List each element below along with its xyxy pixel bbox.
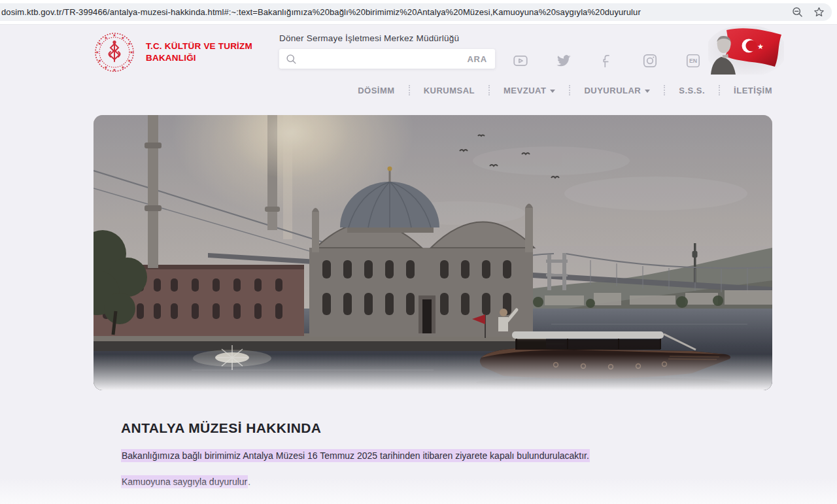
svg-text:★: ★ xyxy=(95,50,99,54)
ataturk-flag-image: ★ xyxy=(708,26,784,75)
svg-text:★: ★ xyxy=(112,67,116,72)
announcement-paragraph: Bakanlığımıza bağlı birimimiz Antalya Mü… xyxy=(121,450,772,462)
browser-chrome: dosim.ktb.gov.tr/TR-399466/antalya-muzes… xyxy=(0,0,837,25)
closing-paragraph: Kamuoyuna saygıyla duyurulur. xyxy=(121,476,772,488)
svg-text:★: ★ xyxy=(121,35,124,40)
svg-text:★: ★ xyxy=(128,58,131,63)
svg-text:★: ★ xyxy=(104,65,107,69)
search-input[interactable] xyxy=(302,54,467,64)
site-header: ★★★ ★★★ ★★★ ★★★ T.C. KÜLTÜR VE TURİZM BA… xyxy=(94,25,772,115)
facebook-icon[interactable] xyxy=(598,52,615,69)
main-navigation: DÖSİMM KURUMSAL MEVZUAT DUYURULAR S.S.S.… xyxy=(358,85,772,95)
hero-image-ortakoy-mosque xyxy=(94,115,772,390)
site-title: Döner Sermaye İşletmesi Merkez Müdürlüğü xyxy=(279,33,495,43)
youtube-icon[interactable] xyxy=(512,52,529,69)
page-url[interactable]: dosim.ktb.gov.tr/TR-399466/antalya-muzes… xyxy=(1,7,785,17)
nav-item-mevzuat[interactable]: MEVZUAT xyxy=(504,86,555,95)
address-bar[interactable]: dosim.ktb.gov.tr/TR-399466/antalya-muzes… xyxy=(0,3,832,21)
svg-text:★: ★ xyxy=(757,42,764,51)
chevron-down-icon xyxy=(645,90,650,93)
ministry-logo[interactable]: ★★★ ★★★ ★★★ ★★★ T.C. KÜLTÜR VE TURİZM BA… xyxy=(94,31,252,73)
nav-separator xyxy=(664,85,665,95)
ministry-seal-icon: ★★★ ★★★ ★★★ ★★★ xyxy=(94,31,135,73)
text-fragment-highlight: Bakanlığımıza bağlı birimimiz Antalya Mü… xyxy=(121,449,590,462)
nav-item-duyurular[interactable]: DUYURULAR xyxy=(584,86,650,95)
nav-item-iletisim[interactable]: İLETİŞİM xyxy=(734,86,772,95)
svg-text:★: ★ xyxy=(130,50,133,54)
language-toggle[interactable]: EN xyxy=(685,52,702,69)
nav-separator xyxy=(569,85,570,95)
svg-text:★: ★ xyxy=(112,33,116,37)
nav-separator xyxy=(719,85,720,95)
nav-separator xyxy=(488,85,490,95)
language-label: EN xyxy=(689,58,697,64)
search-icon xyxy=(286,54,297,65)
search-submit-button[interactable]: ARA xyxy=(467,54,487,64)
nav-item-dosimm[interactable]: DÖSİMM xyxy=(358,86,394,95)
nav-item-kurumsal[interactable]: KURUMSAL xyxy=(424,86,475,95)
twitter-icon[interactable] xyxy=(555,52,572,69)
search-bar[interactable]: ARA xyxy=(279,49,495,69)
text-fragment-highlight: Kamuoyuna saygıyla duyurulur xyxy=(121,475,248,488)
nav-separator xyxy=(409,85,410,95)
ministry-name: T.C. KÜLTÜR VE TURİZM BAKANLIĞI xyxy=(146,41,252,63)
nav-item-sss[interactable]: S.S.S. xyxy=(679,86,705,95)
zoom-out-icon[interactable] xyxy=(791,6,804,18)
svg-text:★: ★ xyxy=(104,35,107,40)
article-content: ANTALYA MÜZESİ HAKKINDA Bakanlığımıza ba… xyxy=(94,390,772,488)
svg-text:★: ★ xyxy=(128,41,131,46)
social-links: EN xyxy=(512,52,702,69)
svg-text:★: ★ xyxy=(98,58,101,63)
svg-text:★: ★ xyxy=(98,41,101,46)
instagram-icon[interactable] xyxy=(641,52,658,69)
svg-text:★: ★ xyxy=(121,65,124,69)
bookmark-star-icon[interactable] xyxy=(813,6,825,18)
chevron-down-icon xyxy=(550,90,555,93)
page-title: ANTALYA MÜZESİ HAKKINDA xyxy=(121,420,772,436)
